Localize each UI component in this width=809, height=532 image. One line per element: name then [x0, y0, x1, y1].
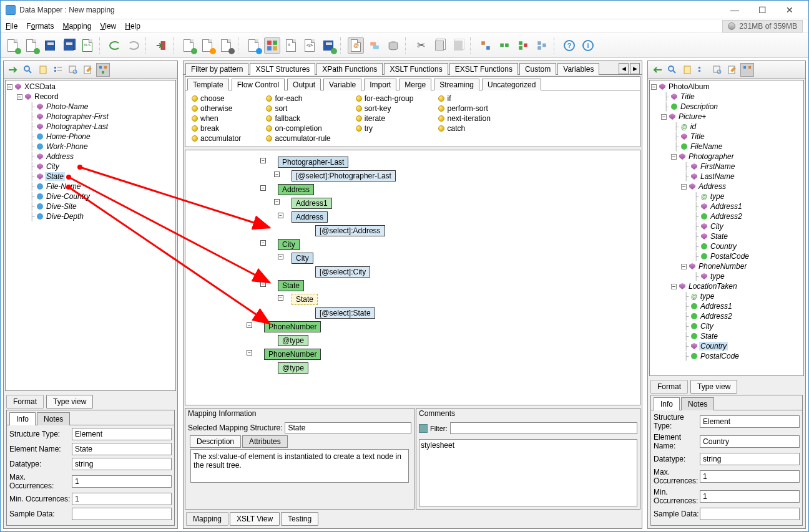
tree-node[interactable]: ├@type — [651, 291, 802, 301]
tree-node[interactable]: ├State — [651, 331, 802, 341]
right-tb-edit[interactable] — [725, 63, 739, 77]
left-typeview-tab[interactable]: Type view — [46, 395, 93, 409]
node-toggle[interactable]: − — [247, 322, 252, 328]
left-notes-tab[interactable]: Notes — [37, 412, 70, 425]
colors-button[interactable] — [264, 37, 280, 54]
mapping-node[interactable]: @type — [278, 335, 308, 346]
function-item[interactable]: for-each-group — [356, 94, 414, 103]
doc-orange-button[interactable] — [199, 37, 215, 54]
tab-scroll-left[interactable]: ◀ — [619, 63, 629, 74]
tree-node[interactable]: ├Photo-Name — [7, 102, 174, 112]
l-structype-field[interactable] — [72, 428, 172, 440]
tree-node[interactable]: ├@type — [651, 191, 802, 201]
tree-node[interactable]: ├PostalCode — [651, 351, 802, 361]
right-tb-arrow[interactable] — [650, 63, 664, 77]
left-tb-arrow[interactable] — [6, 63, 20, 77]
structures-tab[interactable]: Variables — [557, 63, 599, 75]
node-toggle[interactable]: − — [278, 295, 283, 301]
node-toggle[interactable]: − — [260, 281, 266, 287]
left-tb-list1[interactable] — [51, 63, 65, 77]
code-button[interactable]: </> — [302, 37, 318, 54]
function-item[interactable]: iterate — [356, 114, 414, 123]
tree-node[interactable]: ├FirstName — [651, 162, 802, 172]
selected-mapping-field[interactable] — [285, 422, 411, 433]
function-item[interactable]: accumulator-rule — [266, 134, 330, 143]
center-bottom-tab[interactable]: Mapping — [186, 512, 228, 526]
r-min-field[interactable] — [700, 490, 800, 503]
left-info-tab[interactable]: Info — [9, 412, 36, 425]
left-tb-edit[interactable] — [81, 63, 95, 77]
tree-node[interactable]: ├State — [7, 172, 174, 181]
tree-node[interactable]: ├State — [651, 231, 802, 241]
function-item[interactable]: fallback — [266, 114, 330, 123]
tree-node[interactable]: ├Description — [651, 102, 802, 112]
menu-view[interactable]: View — [100, 22, 116, 31]
mapping-canvas[interactable]: −−−−−−−−−−−Photographer-Last[@select]:Ph… — [185, 150, 640, 405]
left-tb-tree[interactable] — [96, 63, 110, 77]
category-tab[interactable]: Flow Control — [232, 79, 285, 90]
function-item[interactable]: when — [192, 114, 241, 123]
tree-node[interactable]: ├Address1 — [651, 201, 802, 211]
tree-node[interactable]: ├Address2 — [651, 311, 802, 321]
close-button[interactable]: ✕ — [776, 1, 803, 19]
minimize-button[interactable]: — — [721, 1, 748, 19]
tree-node[interactable]: −LocationTaken — [651, 281, 802, 291]
tree-node[interactable]: −Photographer — [651, 152, 802, 162]
function-item[interactable]: break — [192, 124, 241, 133]
save-all-button[interactable] — [61, 37, 77, 54]
function-item[interactable]: sort-key — [356, 104, 414, 113]
r-max-field[interactable] — [700, 470, 800, 483]
function-item[interactable]: choose — [192, 94, 241, 103]
function-item[interactable]: if — [438, 94, 490, 103]
r-structype-field[interactable] — [700, 415, 800, 428]
export-xls-button[interactable]: XLS — [79, 37, 96, 54]
mapping-node[interactable]: Address — [292, 211, 328, 223]
right-tb-search[interactable] — [665, 63, 679, 77]
mapping-node[interactable]: PhoneNumber — [264, 321, 321, 332]
tree-node[interactable]: −PhotoAlbum — [651, 82, 802, 92]
tree-node[interactable]: ├City — [651, 321, 802, 331]
cut-button[interactable] — [413, 37, 429, 54]
stack-button[interactable] — [366, 37, 383, 54]
node-toggle[interactable]: − — [260, 158, 266, 163]
undo-button[interactable] — [107, 37, 123, 54]
at-button[interactable]: @ — [348, 37, 364, 54]
new-file-button[interactable] — [4, 37, 21, 54]
db-button[interactable] — [385, 37, 401, 54]
left-tb-list2[interactable] — [66, 63, 80, 77]
import-button[interactable] — [153, 37, 169, 54]
function-item[interactable]: next-iteration — [438, 114, 490, 123]
function-item[interactable]: catch — [438, 124, 490, 133]
l-datatype-field[interactable] — [72, 458, 172, 470]
tree-node[interactable]: ├Country — [651, 341, 802, 351]
tree-node[interactable]: ├Address — [7, 152, 174, 162]
structures-tab[interactable]: XPath Functions — [316, 63, 383, 75]
mapping-node[interactable]: [@select]:Photographer-Last — [292, 170, 396, 181]
tab-scroll-right[interactable]: ▶ — [630, 63, 640, 74]
tree-node[interactable]: ├Dive-Country — [7, 191, 174, 201]
left-tree[interactable]: −XCSData−Record├Photo-Name├Photographer-… — [5, 80, 176, 391]
help-button[interactable]: ? — [561, 37, 577, 54]
filter-input[interactable] — [450, 422, 638, 434]
tree-node[interactable]: ├Address1 — [651, 301, 802, 311]
mapping-node[interactable]: City — [292, 253, 313, 264]
maximize-button[interactable]: ☐ — [748, 1, 776, 19]
category-tab[interactable]: Variable — [323, 79, 361, 90]
mapping-node[interactable]: @type — [278, 362, 308, 374]
right-info-tab[interactable]: Info — [654, 397, 680, 410]
menu-mapping[interactable]: Mapping — [62, 22, 91, 31]
tree-node[interactable]: ├PostalCode — [651, 251, 802, 261]
mapping-node[interactable]: State — [278, 280, 304, 291]
category-tab[interactable]: Output — [287, 79, 321, 90]
tree-node[interactable]: ├City — [651, 221, 802, 231]
right-tb-tree[interactable] — [740, 63, 754, 77]
about-button[interactable]: i — [580, 37, 596, 54]
tree-node[interactable]: ├LastName — [651, 172, 802, 181]
text-button[interactable]: ≡ — [283, 37, 299, 54]
save-button[interactable] — [42, 37, 58, 54]
mapping-node[interactable]: [@select]:Address — [315, 225, 385, 236]
function-item[interactable]: perform-sort — [438, 104, 490, 113]
tree-node[interactable]: ├Home-Phone — [7, 132, 174, 142]
right-tree[interactable]: −PhotoAlbum├Title├Description−Picture+├@… — [649, 80, 804, 376]
tree-node[interactable]: ├Title — [651, 92, 802, 102]
